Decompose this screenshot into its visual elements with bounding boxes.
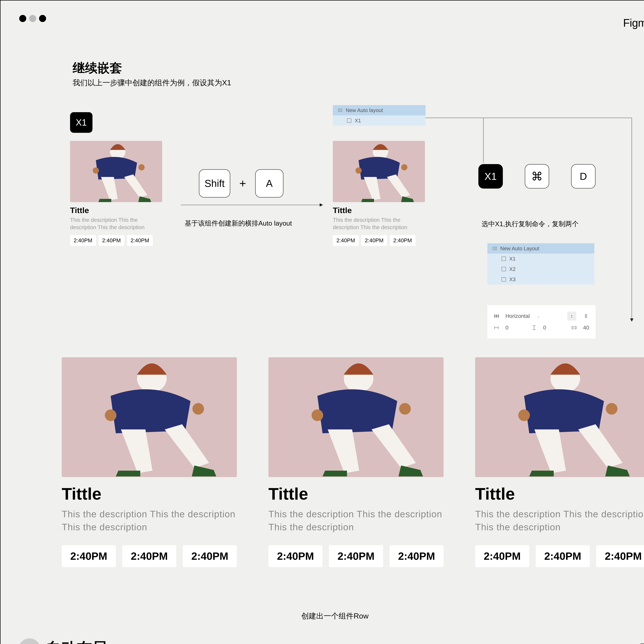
card-description: This the description This the descriptio… xyxy=(268,508,462,534)
layer-row-parent[interactable]: New Auto Layout xyxy=(487,243,594,254)
pad-h-value[interactable]: 0 xyxy=(505,325,508,331)
card-times: 2:40PM 2:40PM 2:40PM xyxy=(268,545,462,567)
result-caption: 创建出一个组件Row xyxy=(1,611,644,621)
big-card: Tittle This the description This the des… xyxy=(268,357,462,567)
svg-point-9 xyxy=(401,164,407,170)
pad-v-icon xyxy=(532,325,537,330)
svg-point-3 xyxy=(138,164,145,170)
layer-label: New Auto Layout xyxy=(500,246,539,251)
card-description: This the description This the descriptio… xyxy=(333,216,425,231)
chevron-down-icon[interactable]: ⌄ xyxy=(537,314,540,319)
time-chip: 2:40PM xyxy=(596,545,644,567)
svg-point-2 xyxy=(93,167,99,174)
step-a-caption: 基于该组件创建新的横排Auto layout xyxy=(185,219,292,228)
frame-icon xyxy=(502,267,506,271)
frame-icon xyxy=(502,277,506,282)
person-illustration xyxy=(62,357,237,477)
card-title: Tittle xyxy=(333,206,425,215)
direction-label[interactable]: Horizontal xyxy=(505,313,530,319)
autolayout-panel[interactable]: Horizontal ⌄ ↕ ⇳ 0 0 40 xyxy=(487,305,596,339)
time-chip: 2:40PM xyxy=(475,545,529,567)
layer-row-child[interactable]: X1 xyxy=(333,115,426,126)
time-chip: 2:40PM xyxy=(183,545,237,567)
svg-rect-11 xyxy=(495,247,497,250)
time-chip: 2:40PM xyxy=(361,235,387,246)
key-a: A xyxy=(255,169,283,198)
card-image xyxy=(268,357,444,477)
card-title: Tittle xyxy=(268,484,462,503)
card-image xyxy=(62,357,237,477)
time-chip: 2:40PM xyxy=(122,545,176,567)
gap-value[interactable]: 40 xyxy=(583,325,589,331)
autolayout-icon xyxy=(338,108,342,112)
card-times: 2:40PM 2:40PM 2:40PM xyxy=(70,235,162,246)
time-chip: 2:40PM xyxy=(127,235,153,246)
card-description: This the description This the descriptio… xyxy=(475,508,644,534)
layer-label: New Auto layout xyxy=(346,107,383,113)
layer-list[interactable]: New Auto layout X1 xyxy=(333,105,426,126)
person-illustration xyxy=(333,141,425,202)
card-image xyxy=(333,141,425,202)
resize-h-icon[interactable]: ⇳ xyxy=(583,313,589,319)
layer-row-parent[interactable]: New Auto layout xyxy=(333,105,426,115)
frame-icon xyxy=(347,118,351,123)
time-chip: 2:40PM xyxy=(62,545,116,567)
svg-point-23 xyxy=(312,409,323,421)
layer-row-child[interactable]: X3 xyxy=(487,274,594,285)
svg-rect-14 xyxy=(498,315,499,317)
pad-h-icon xyxy=(494,325,499,330)
window-dots xyxy=(19,15,46,22)
card-image xyxy=(70,141,162,202)
key-cmd: ⌘ xyxy=(525,164,549,189)
arrow-right xyxy=(181,205,323,205)
svg-rect-13 xyxy=(496,315,497,317)
layer-row-child[interactable]: X2 xyxy=(487,264,594,274)
person-illustration xyxy=(268,357,444,477)
layer-list[interactable]: New Auto Layout X1 X2 X3 xyxy=(487,243,594,285)
card-title: Tittle xyxy=(70,206,162,215)
time-chip: 2:40PM xyxy=(70,235,96,246)
step-c-caption: 选中X1,执行复制命令，复制两个 xyxy=(482,219,579,228)
svg-rect-4 xyxy=(338,109,340,112)
connector xyxy=(426,118,484,118)
pad-v-value[interactable]: 0 xyxy=(543,325,546,331)
frame-icon xyxy=(502,257,506,261)
key-shift: Shift xyxy=(199,169,230,198)
section-heading: 继续嵌套 xyxy=(73,60,122,77)
svg-point-19 xyxy=(105,409,116,421)
svg-rect-12 xyxy=(494,315,495,317)
card-title: Tittle xyxy=(62,484,255,503)
card-times: 2:40PM 2:40PM 2:40PM xyxy=(62,545,255,567)
component-card: Tittle This the description This the des… xyxy=(70,141,162,246)
section-subheading: 我们以上一步骤中创建的组件为例，假设其为X1 xyxy=(73,78,231,88)
time-chip: 2:40PM xyxy=(536,545,590,567)
resize-v-icon[interactable]: ↕ xyxy=(567,312,576,321)
component-card: Tittle This the description This the des… xyxy=(333,141,425,246)
card-times: 2:40PM 2:40PM 2:40PM xyxy=(333,235,425,246)
svg-rect-15 xyxy=(572,326,573,329)
svg-point-27 xyxy=(518,409,530,421)
dot xyxy=(29,15,36,22)
svg-point-24 xyxy=(399,403,411,415)
connector xyxy=(484,118,632,118)
person-illustration xyxy=(475,357,644,477)
svg-point-28 xyxy=(606,403,617,415)
layer-row-child[interactable]: X1 xyxy=(487,254,594,264)
big-card: Tittle This the description This the des… xyxy=(62,357,255,567)
layer-label: X3 xyxy=(509,277,516,282)
autolayout-icon xyxy=(493,246,497,251)
shortcut-keys: Shift + A xyxy=(199,169,283,198)
badge-x1: X1 xyxy=(70,112,92,133)
key-d: D xyxy=(571,164,596,189)
connector xyxy=(483,118,484,163)
shortcut-keys: X1 ⌘ D xyxy=(478,164,596,189)
dot xyxy=(19,15,26,22)
layer-label: X1 xyxy=(509,256,516,262)
svg-rect-5 xyxy=(341,109,342,112)
big-card: Tittle This the description This the des… xyxy=(475,357,644,567)
svg-point-20 xyxy=(192,403,204,415)
time-chip: 2:40PM xyxy=(268,545,323,567)
layer-label: X2 xyxy=(509,266,516,272)
card-description: This the description This the descriptio… xyxy=(62,508,255,534)
plus: + xyxy=(239,177,246,190)
